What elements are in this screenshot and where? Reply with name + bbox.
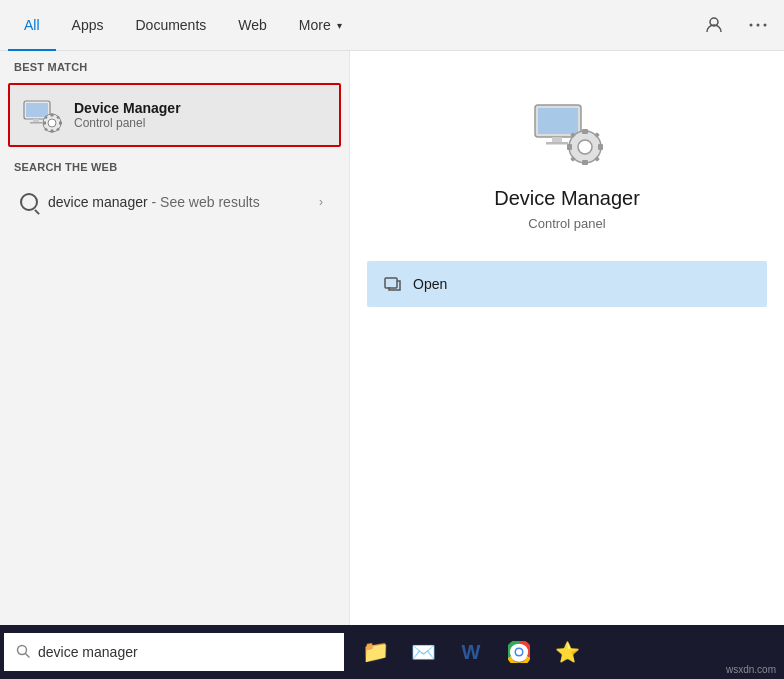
star-icon: ⭐ (555, 640, 580, 664)
web-search-item[interactable]: device manager - See web results › (8, 183, 341, 221)
svg-rect-19 (538, 108, 578, 134)
svg-rect-32 (385, 278, 397, 288)
best-match-text: Device Manager Control panel (74, 100, 181, 130)
right-panel: Device Manager Control panel Open (350, 51, 784, 625)
svg-rect-12 (43, 122, 46, 125)
ellipsis-icon-btn[interactable] (740, 7, 776, 43)
tab-apps[interactable]: Apps (56, 0, 120, 51)
chevron-right-icon: › (313, 194, 329, 210)
word-icon: W (462, 641, 481, 664)
web-search-text: device manager - See web results (48, 194, 303, 210)
taskbar: device manager 📁 ✉️ W (0, 625, 784, 679)
open-label: Open (413, 276, 447, 292)
watermark: wsxdn.com (726, 664, 776, 675)
search-bar[interactable]: device manager (4, 633, 344, 671)
svg-rect-20 (552, 137, 562, 142)
mail-icon: ✉️ (411, 640, 436, 664)
left-panel: Best match (0, 51, 350, 625)
chrome-icon (508, 641, 530, 663)
top-nav: All Apps Documents Web More ▾ (0, 0, 784, 51)
svg-rect-7 (30, 122, 42, 124)
best-match-subtitle: Control panel (74, 116, 181, 130)
taskbar-icons: 📁 ✉️ W ⭐ (352, 629, 590, 675)
svg-line-34 (26, 653, 30, 657)
taskbar-mail[interactable]: ✉️ (400, 629, 446, 675)
open-icon (383, 274, 403, 294)
ellipsis-icon (749, 23, 767, 27)
best-match-title: Device Manager (74, 100, 181, 116)
best-match-item[interactable]: Device Manager Control panel (8, 83, 341, 147)
tab-more[interactable]: More ▾ (283, 0, 358, 51)
best-match-label: Best match (0, 51, 349, 79)
search-circle-icon (20, 193, 38, 211)
svg-rect-25 (582, 160, 588, 165)
open-button[interactable]: Open (367, 261, 767, 307)
tab-documents[interactable]: Documents (119, 0, 222, 51)
detail-subtitle: Control panel (528, 216, 605, 231)
svg-rect-21 (546, 142, 568, 145)
detail-device-manager-icon (527, 91, 607, 171)
svg-point-1 (750, 24, 753, 27)
svg-point-3 (764, 24, 767, 27)
svg-rect-5 (26, 103, 48, 117)
svg-point-2 (757, 24, 760, 27)
person-icon (705, 16, 723, 34)
svg-point-23 (578, 140, 592, 154)
tab-all[interactable]: All (8, 0, 56, 51)
search-bar-icon (16, 644, 30, 661)
taskbar-favorites[interactable]: ⭐ (544, 629, 590, 675)
device-manager-icon (22, 95, 62, 135)
svg-rect-26 (567, 144, 572, 150)
person-icon-btn[interactable] (696, 7, 732, 43)
folder-icon: 📁 (362, 639, 389, 665)
tab-web[interactable]: Web (222, 0, 283, 51)
main-container: Best match (0, 51, 784, 625)
taskbar-file-explorer[interactable]: 📁 (352, 629, 398, 675)
web-search-label: Search the web (0, 151, 349, 179)
svg-rect-10 (51, 114, 54, 117)
svg-rect-24 (582, 129, 588, 134)
svg-point-9 (48, 119, 56, 127)
svg-point-38 (516, 649, 522, 655)
chevron-down-icon: ▾ (337, 20, 342, 31)
svg-rect-27 (598, 144, 603, 150)
taskbar-chrome[interactable] (496, 629, 542, 675)
detail-title: Device Manager (494, 187, 640, 210)
svg-rect-11 (51, 130, 54, 133)
svg-rect-13 (59, 122, 62, 125)
taskbar-word[interactable]: W (448, 629, 494, 675)
search-bar-text: device manager (38, 644, 138, 660)
svg-rect-6 (33, 119, 39, 122)
